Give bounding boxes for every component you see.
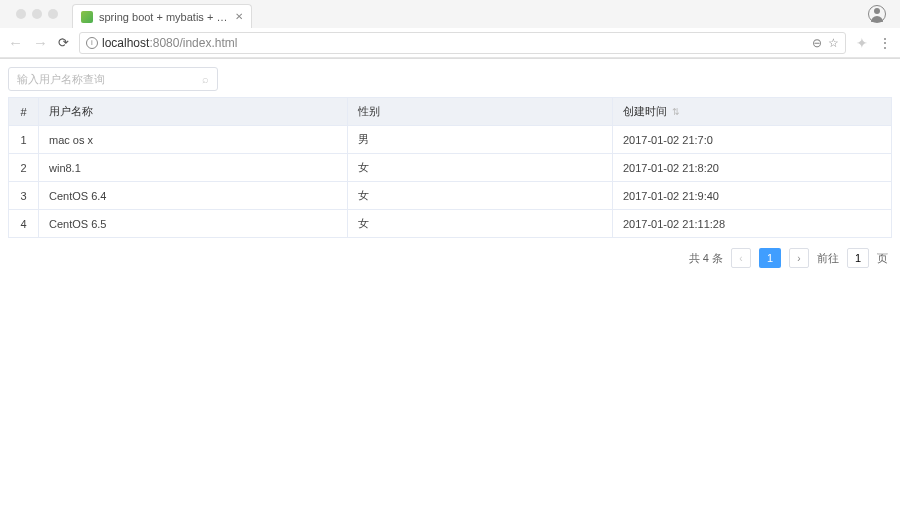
- browser-toolbar: ← → ⟳ i localhost:8080/index.html ⊖ ☆ ✦ …: [0, 28, 900, 58]
- browser-menu-button[interactable]: ⋮: [878, 35, 892, 51]
- window-minimize-button[interactable]: [32, 9, 42, 19]
- table-row[interactable]: 1mac os x男2017-01-02 21:7:0: [9, 126, 892, 154]
- profile-icon: [868, 5, 886, 23]
- pagination-total: 共 4 条: [689, 251, 723, 266]
- browser-chrome: spring boot + mybatis + vue + ✕ ← → ⟳ i …: [0, 0, 900, 59]
- table-row[interactable]: 2win8.1女2017-01-02 21:8:20: [9, 154, 892, 182]
- cell-index: 4: [9, 210, 39, 238]
- table-row[interactable]: 4CentOS 6.5女2017-01-02 21:11:28: [9, 210, 892, 238]
- cell-gender: 女: [348, 182, 613, 210]
- url-host: localhost: [102, 36, 149, 50]
- header-created-label: 创建时间: [623, 105, 667, 117]
- page-content: ⌕ # 用户名称 性别 创建时间 ⇅ 1mac os x男2017-01-02 …: [0, 59, 900, 286]
- cell-gender: 女: [348, 154, 613, 182]
- pagination-page-1[interactable]: 1: [759, 248, 781, 268]
- search-input[interactable]: [17, 73, 202, 85]
- site-info-icon[interactable]: i: [86, 37, 98, 49]
- cell-name: win8.1: [39, 154, 348, 182]
- browser-profile-button[interactable]: [868, 5, 886, 23]
- header-created[interactable]: 创建时间 ⇅: [612, 98, 891, 126]
- pagination-prev-button[interactable]: ‹: [731, 248, 751, 268]
- pagination-goto-label: 前往: [817, 251, 839, 266]
- cell-index: 3: [9, 182, 39, 210]
- bookmark-icon[interactable]: ☆: [828, 36, 839, 50]
- cell-created: 2017-01-02 21:9:40: [612, 182, 891, 210]
- cell-created: 2017-01-02 21:8:20: [612, 154, 891, 182]
- window-maximize-button[interactable]: [48, 9, 58, 19]
- reload-button[interactable]: ⟳: [58, 35, 69, 50]
- header-gender[interactable]: 性别: [348, 98, 613, 126]
- url-path: :8080/index.html: [149, 36, 237, 50]
- cell-name: CentOS 6.5: [39, 210, 348, 238]
- tab-title: spring boot + mybatis + vue +: [99, 11, 229, 23]
- data-table: # 用户名称 性别 创建时间 ⇅ 1mac os x男2017-01-02 21…: [8, 97, 892, 238]
- table-row[interactable]: 3CentOS 6.4女2017-01-02 21:9:40: [9, 182, 892, 210]
- window-close-button[interactable]: [16, 9, 26, 19]
- pagination: 共 4 条 ‹ 1 › 前往 页: [8, 238, 892, 278]
- browser-tab[interactable]: spring boot + mybatis + vue + ✕: [72, 4, 252, 28]
- cell-index: 1: [9, 126, 39, 154]
- search-box: ⌕: [8, 67, 218, 91]
- cell-name: CentOS 6.4: [39, 182, 348, 210]
- window-controls: [8, 9, 66, 19]
- search-icon[interactable]: ⌕: [202, 73, 209, 85]
- cell-gender: 女: [348, 210, 613, 238]
- header-index[interactable]: #: [9, 98, 39, 126]
- pagination-next-button[interactable]: ›: [789, 248, 809, 268]
- header-name[interactable]: 用户名称: [39, 98, 348, 126]
- tab-bar: spring boot + mybatis + vue + ✕: [0, 0, 900, 28]
- cell-created: 2017-01-02 21:11:28: [612, 210, 891, 238]
- sort-icon[interactable]: ⇅: [672, 107, 680, 117]
- cell-created: 2017-01-02 21:7:0: [612, 126, 891, 154]
- pagination-goto-suffix: 页: [877, 251, 888, 266]
- tab-close-icon[interactable]: ✕: [235, 11, 243, 22]
- cell-gender: 男: [348, 126, 613, 154]
- address-bar[interactable]: i localhost:8080/index.html ⊖ ☆: [79, 32, 846, 54]
- extension-icon[interactable]: ✦: [856, 35, 868, 51]
- cell-name: mac os x: [39, 126, 348, 154]
- nav-forward-button[interactable]: →: [33, 34, 48, 51]
- pagination-goto-input[interactable]: [847, 248, 869, 268]
- zoom-icon[interactable]: ⊖: [812, 36, 822, 50]
- cell-index: 2: [9, 154, 39, 182]
- nav-back-button[interactable]: ←: [8, 34, 23, 51]
- tab-favicon-icon: [81, 11, 93, 23]
- table-header-row: # 用户名称 性别 创建时间 ⇅: [9, 98, 892, 126]
